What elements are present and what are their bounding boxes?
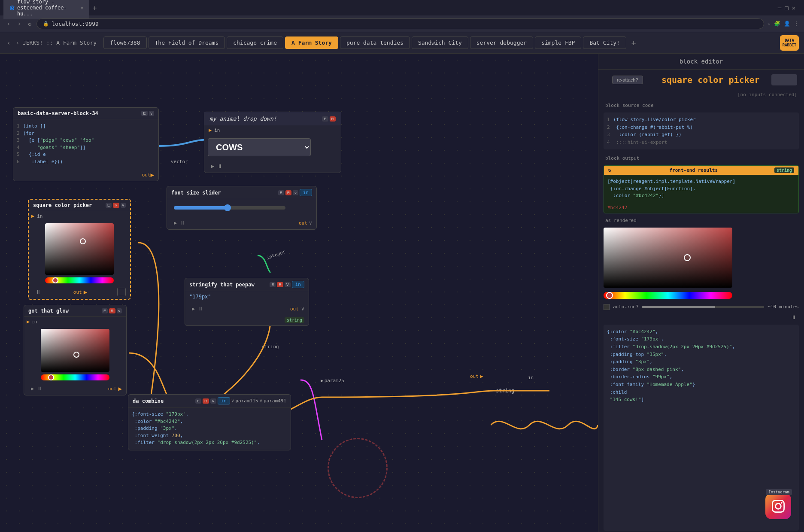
tab-chicago-crime[interactable]: chicago crime (227, 36, 283, 49)
forward-button[interactable]: › (15, 19, 22, 28)
panel-color-canvas[interactable] (604, 228, 732, 288)
glow-out-port[interactable]: ▶ (118, 385, 122, 392)
reload-button[interactable]: ↻ (26, 19, 33, 28)
panel-title: block editor (680, 58, 723, 65)
data-server-btn-e[interactable]: E (141, 111, 147, 116)
color-picker-pause[interactable]: ⏸ (33, 288, 43, 296)
font-slider-thumb[interactable] (224, 204, 231, 211)
combine-param491-chevron[interactable]: ∨ (259, 398, 262, 404)
dropdown-btn-e[interactable]: E (322, 116, 328, 122)
tab-pure-data-tendies[interactable]: pure data tendies (340, 36, 410, 49)
dropdown-btn-r[interactable]: R (330, 116, 336, 122)
param25-label: param25 (325, 378, 344, 383)
data-server-code: 1(into [] 2(for 3 [e ["pigs" "cows" "foo… (17, 123, 155, 165)
combine-btn-v[interactable]: V (210, 398, 216, 404)
stringify-chevron[interactable]: ∨ (301, 306, 304, 312)
extensions-icon[interactable]: 🧩 (774, 21, 780, 27)
glow-btn-v[interactable]: v (117, 308, 122, 313)
panel-pause-btn[interactable]: ⏸ (789, 313, 799, 321)
color-picker-in-arrow[interactable]: ▶ (31, 213, 34, 219)
data-server-btn-v[interactable]: v (149, 111, 155, 116)
combine-param115-chevron[interactable]: ∨ (231, 398, 234, 404)
glow-btn-r[interactable]: R (109, 308, 115, 313)
glow-btn-e[interactable]: E (102, 308, 108, 313)
panel-title-area: re-attach? square color picker (598, 70, 804, 90)
tab-farm-story[interactable]: A Farm Story (285, 36, 338, 49)
instagram-widget[interactable]: Instagram (765, 493, 791, 519)
glow-hue-bar[interactable] (41, 374, 109, 380)
stringify-in-tag[interactable]: in (292, 281, 304, 288)
nav-forward-arrow[interactable]: › (14, 38, 21, 48)
animal-select[interactable]: COWS pigs foo goats sheep (208, 138, 311, 156)
tab-simple-fbp[interactable]: simple FBP (535, 36, 581, 49)
menu-icon[interactable]: ⋮ (794, 21, 799, 27)
combine-in-tag[interactable]: in (218, 397, 230, 404)
tab-flow67388[interactable]: flow67388 (103, 36, 146, 49)
color-picker-out-port[interactable]: ▶ (84, 289, 87, 295)
output-label: block output (598, 152, 804, 163)
font-slider-pause-play[interactable]: ▶ ⏸ (171, 219, 188, 227)
combine-btn-e[interactable]: E (195, 398, 201, 404)
color-picker-canvas[interactable] (45, 223, 114, 275)
color-picker-resize[interactable] (117, 288, 126, 296)
stringify-btn-e[interactable]: E (270, 282, 276, 287)
autorun-slider[interactable] (642, 306, 765, 308)
glow-out-label: out (108, 386, 117, 392)
color-picker-out-row: out ▶ (73, 289, 87, 295)
tab-field-of-dreams[interactable]: The Field of Dreams (149, 36, 225, 49)
glow-pause[interactable]: ▶ ⏸ (28, 385, 45, 392)
font-slider-btn-r[interactable]: R (285, 190, 292, 195)
stringify-btn-v[interactable]: V (285, 282, 291, 287)
back-button[interactable]: ‹ (5, 19, 12, 28)
vector-label: vector (171, 159, 188, 164)
dropdown-pause[interactable]: ▶ ⏸ (209, 162, 225, 170)
hue-bar[interactable] (45, 277, 114, 283)
profile-icon[interactable]: 👤 (784, 21, 790, 27)
address-bar[interactable]: 🔒 localhost:9999 (36, 18, 764, 29)
autorun-checkbox[interactable] (604, 304, 610, 310)
font-slider-in-tag[interactable]: in (300, 189, 312, 196)
dropdown-in-arrow[interactable]: ▶ (209, 127, 212, 133)
panel-hue-bar[interactable] (604, 292, 732, 299)
re-attach-button[interactable]: re-attach? (612, 76, 643, 84)
right-out-arrow[interactable]: ▶ (480, 374, 483, 379)
dropdown-title-area: my animal drop down! E R (204, 112, 341, 125)
instagram-label: Instagram (766, 489, 792, 495)
integer-label: integer (266, 249, 286, 261)
minimize-icon[interactable]: ─ (778, 4, 781, 11)
color-picker-btn-v[interactable]: v (121, 203, 126, 208)
data-server-out-port[interactable]: ▶ (151, 171, 154, 178)
panel-autorun-row: auto-run? ~10 minutes (598, 301, 804, 313)
data-server-header: basic-data-server-block-34 E v (13, 108, 158, 119)
font-slider-btn-e[interactable]: E (278, 190, 284, 195)
src-line-1: 1(flow-story.live/color-picker (607, 116, 795, 124)
tab-sandwich-city[interactable]: Sandwich City (412, 36, 468, 49)
combine-btn-r[interactable]: R (203, 398, 209, 404)
add-tab-button[interactable]: + (628, 36, 640, 49)
active-tab[interactable]: 🌀 flow-story - esteemed-coffee-hu... ✕ (3, 0, 89, 19)
code-line-6: 6 :label e})) (17, 158, 155, 166)
glow-in-arrow[interactable]: ▶ (27, 319, 30, 325)
close-icon[interactable]: ✕ (792, 4, 795, 11)
color-picker-btn-e[interactable]: E (106, 203, 112, 208)
font-slider-btn-v[interactable]: v (293, 190, 298, 195)
color-picker-btn-r[interactable]: R (113, 203, 119, 208)
font-slider-track[interactable] (174, 206, 285, 210)
src-line-3: 3 :color (rabbit-get) }) (607, 131, 795, 139)
glow-color-canvas[interactable] (41, 329, 109, 372)
stringify-out-label: out (290, 306, 299, 312)
tab-server-debugger[interactable]: server debugger (470, 36, 533, 49)
panel-top-stub (771, 74, 797, 85)
star-icon[interactable]: ☆ (768, 21, 771, 27)
nav-back-arrow[interactable]: ‹ (5, 38, 12, 48)
new-tab-button[interactable]: + (90, 4, 100, 12)
combine-code-3: :padding "3px", (132, 425, 287, 432)
tab-bat-city[interactable]: Bat City! (583, 36, 626, 49)
stringify-pause[interactable]: ▶ ⏸ (189, 305, 206, 313)
maximize-icon[interactable]: □ (785, 4, 788, 11)
stringify-bottom: ▶ ⏸ out ∨ (185, 302, 309, 315)
stringify-btn-r[interactable]: R (277, 282, 283, 287)
canvas[interactable]: basic-data-server-block-34 E v 1(into []… (0, 54, 598, 532)
tab-close-button[interactable]: ✕ (81, 6, 83, 10)
font-slider-chevron[interactable]: ∨ (309, 220, 312, 226)
